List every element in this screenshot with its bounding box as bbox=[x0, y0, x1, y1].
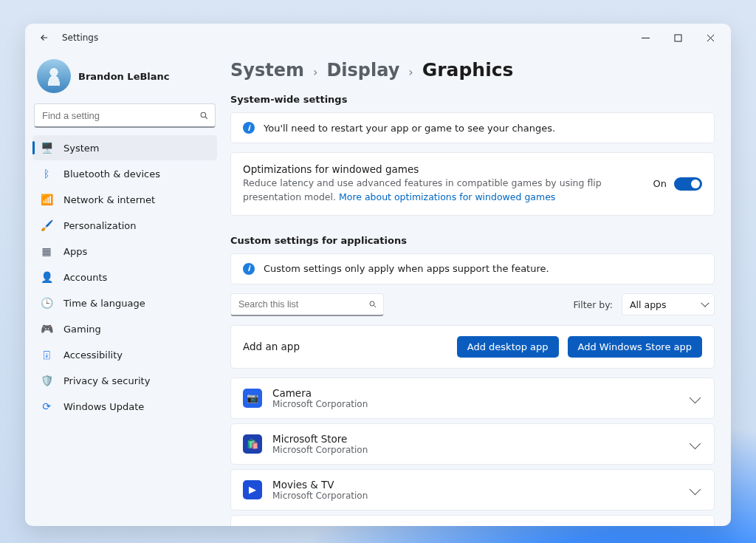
nav-item-label: Apps bbox=[63, 246, 87, 257]
app-name: Microsoft Store bbox=[272, 433, 681, 445]
nav-item-personalization[interactable]: 🖌️Personalization bbox=[32, 213, 217, 238]
windows-update-icon: ⟳ bbox=[40, 400, 53, 413]
chevron-right-icon: › bbox=[408, 65, 413, 79]
toggle-state-label: On bbox=[653, 178, 667, 189]
app-name: Camera bbox=[272, 387, 681, 399]
optimizations-card: Optimizations for windowed games Reduce … bbox=[230, 152, 715, 216]
info-restart-card: i You'll need to restart your app or gam… bbox=[230, 112, 715, 143]
section-systemwide-label: System-wide settings bbox=[230, 94, 715, 105]
accessibility-icon: ⍗ bbox=[40, 348, 53, 361]
maximize-icon bbox=[674, 34, 682, 42]
optimizations-title: Optimizations for windowed games bbox=[243, 163, 640, 175]
svg-point-1 bbox=[201, 112, 206, 117]
search-icon bbox=[199, 111, 209, 120]
window-controls bbox=[629, 26, 726, 49]
chevron-right-icon: › bbox=[313, 65, 317, 79]
filter-by-label: Filter by: bbox=[573, 299, 613, 310]
nav-item-label: Windows Update bbox=[63, 401, 144, 412]
breadcrumb: System › Display › Graphics bbox=[230, 59, 715, 81]
settings-window: Settings Brandon LeBlanc bbox=[25, 24, 731, 526]
nav-item-system[interactable]: 🖥️System bbox=[32, 135, 217, 160]
gaming-icon: 🎮 bbox=[40, 322, 53, 335]
nav-item-label: Gaming bbox=[63, 324, 101, 335]
svg-point-2 bbox=[370, 301, 374, 306]
minimize-icon bbox=[642, 34, 650, 42]
nav-item-accounts[interactable]: 👤Accounts bbox=[32, 264, 217, 290]
app-publisher: Microsoft Corporation bbox=[272, 399, 681, 409]
optimizations-desc: Reduce latency and use advanced features… bbox=[243, 177, 640, 205]
app-icon: 📷 bbox=[243, 389, 262, 408]
info-icon: i bbox=[243, 122, 255, 134]
breadcrumb-display[interactable]: Display bbox=[326, 60, 399, 81]
app-icon: 🛍️ bbox=[243, 434, 262, 454]
close-icon bbox=[707, 34, 715, 42]
list-search-input[interactable] bbox=[237, 298, 368, 310]
nav-item-label: Time & language bbox=[63, 298, 145, 309]
search-icon bbox=[368, 300, 377, 309]
nav-item-label: Personalization bbox=[63, 220, 137, 231]
apps-list: 📷CameraMicrosoft Corporation🛍️Microsoft … bbox=[230, 378, 715, 527]
add-desktop-app-button[interactable]: Add desktop app bbox=[457, 336, 559, 358]
app-icon: 🖼️ bbox=[243, 526, 262, 527]
profile-block[interactable]: Brandon LeBlanc bbox=[32, 56, 217, 100]
nav-item-label: Privacy & security bbox=[63, 375, 150, 386]
info-custom-text: Custom settings only apply when apps sup… bbox=[264, 263, 549, 274]
personalization-icon: 🖌️ bbox=[40, 219, 53, 232]
nav-item-label: Network & internet bbox=[63, 194, 155, 205]
sidebar-search-input[interactable] bbox=[41, 109, 199, 122]
app-row[interactable]: ▶Movies & TVMicrosoft Corporation bbox=[230, 469, 715, 510]
list-search[interactable] bbox=[230, 293, 384, 316]
app-name: Movies & TV bbox=[272, 479, 681, 491]
app-row[interactable]: 📷CameraMicrosoft Corporation bbox=[230, 378, 715, 419]
breadcrumb-system[interactable]: System bbox=[230, 60, 304, 81]
maximize-button[interactable] bbox=[662, 26, 694, 49]
add-app-label: Add an app bbox=[243, 341, 448, 352]
nav-item-apps[interactable]: ▦Apps bbox=[32, 239, 217, 264]
nav-list: 🖥️SystemᛒBluetooth & devices📶Network & i… bbox=[32, 135, 217, 419]
info-icon: i bbox=[243, 263, 255, 275]
sidebar: Brandon LeBlanc 🖥️SystemᛒBluetooth & dev… bbox=[25, 52, 224, 526]
minimize-button[interactable] bbox=[629, 26, 662, 49]
nav-item-accessibility[interactable]: ⍗Accessibility bbox=[32, 342, 217, 367]
app-publisher: Microsoft Corporation bbox=[272, 445, 681, 455]
nav-item-gaming[interactable]: 🎮Gaming bbox=[32, 316, 217, 341]
section-custom-label: Custom settings for applications bbox=[230, 235, 715, 246]
app-row[interactable]: 🖼️PhotosMicrosoft Corporation bbox=[230, 515, 715, 527]
main-content: System › Display › Graphics System-wide … bbox=[224, 52, 731, 526]
title-bar: Settings bbox=[25, 24, 731, 52]
app-icon: ▶ bbox=[243, 480, 262, 499]
app-title: Settings bbox=[62, 33, 98, 43]
nav-item-time-language[interactable]: 🕒Time & language bbox=[32, 290, 217, 315]
system-icon: 🖥️ bbox=[40, 141, 53, 154]
bluetooth-devices-icon: ᛒ bbox=[40, 167, 53, 180]
nav-item-network-internet[interactable]: 📶Network & internet bbox=[32, 187, 217, 212]
close-button[interactable] bbox=[694, 26, 726, 49]
info-custom-card: i Custom settings only apply when apps s… bbox=[230, 253, 715, 284]
user-name: Brandon LeBlanc bbox=[78, 71, 170, 82]
find-a-setting-search[interactable] bbox=[34, 103, 216, 128]
add-windows-store-app-button[interactable]: Add Windows Store app bbox=[568, 336, 702, 358]
network-internet-icon: 📶 bbox=[40, 193, 53, 206]
app-name: Photos bbox=[272, 525, 681, 527]
privacy-security-icon: 🛡️ bbox=[40, 374, 53, 387]
app-row[interactable]: 🛍️Microsoft StoreMicrosoft Corporation bbox=[230, 423, 715, 465]
nav-item-windows-update[interactable]: ⟳Windows Update bbox=[32, 394, 217, 419]
chevron-down-icon bbox=[690, 392, 701, 404]
filter-dropdown-value: All apps bbox=[630, 299, 667, 310]
add-app-card: Add an app Add desktop app Add Windows S… bbox=[230, 325, 715, 369]
filter-dropdown[interactable]: All apps bbox=[622, 293, 715, 315]
nav-item-label: System bbox=[63, 143, 99, 154]
optimizations-toggle[interactable] bbox=[674, 177, 702, 191]
optimizations-learn-more-link[interactable]: More about optimizations for windowed ga… bbox=[339, 191, 555, 202]
nav-item-bluetooth-devices[interactable]: ᛒBluetooth & devices bbox=[32, 161, 217, 186]
nav-item-privacy-security[interactable]: 🛡️Privacy & security bbox=[32, 368, 217, 393]
breadcrumb-current: Graphics bbox=[422, 59, 514, 81]
chevron-down-icon bbox=[690, 484, 701, 496]
time-language-icon: 🕒 bbox=[40, 296, 53, 310]
nav-item-label: Accounts bbox=[63, 272, 107, 283]
chevron-down-icon bbox=[690, 438, 701, 450]
app-publisher: Microsoft Corporation bbox=[272, 491, 681, 501]
back-button[interactable] bbox=[32, 26, 56, 49]
info-restart-text: You'll need to restart your app or game … bbox=[264, 123, 555, 134]
accounts-icon: 👤 bbox=[40, 270, 53, 284]
